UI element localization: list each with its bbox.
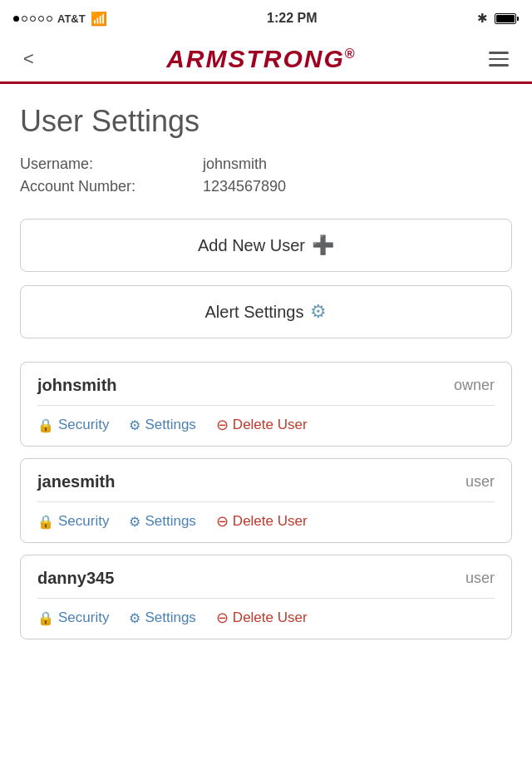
minus-circle-icon: ⊖ bbox=[216, 416, 229, 434]
settings-link[interactable]: ⚙ Settings bbox=[129, 610, 195, 626]
battery-indicator bbox=[495, 13, 519, 24]
username-value: johnsmith bbox=[203, 155, 267, 173]
account-label: Account Number: bbox=[20, 178, 203, 195]
settings-label: Settings bbox=[145, 513, 195, 530]
carrier-label: AT&T bbox=[57, 12, 86, 25]
security-link[interactable]: 🔒 Security bbox=[37, 513, 109, 530]
user-card-role: owner bbox=[454, 377, 495, 394]
lock-icon: 🔒 bbox=[37, 610, 54, 626]
bluetooth-icon: ✱ bbox=[477, 11, 488, 26]
wifi-icon: 📶 bbox=[91, 11, 107, 27]
user-card-name: johnsmith bbox=[37, 376, 117, 395]
user-card-header: janesmith user bbox=[37, 472, 495, 502]
account-value: 1234567890 bbox=[203, 178, 286, 195]
nav-bar: < ARMSTRONG® bbox=[0, 37, 532, 84]
signal-dot-5 bbox=[47, 16, 52, 22]
signal-dot-3 bbox=[30, 16, 36, 22]
menu-line-2 bbox=[489, 58, 509, 61]
plus-circle-icon: ➕ bbox=[312, 234, 334, 256]
user-card-name: janesmith bbox=[37, 472, 115, 491]
add-new-user-button[interactable]: Add New User ➕ bbox=[20, 219, 512, 272]
account-number-row: Account Number: 1234567890 bbox=[20, 178, 512, 195]
security-label: Security bbox=[58, 610, 109, 626]
status-left: AT&T 📶 bbox=[13, 11, 107, 27]
minus-circle-icon: ⊖ bbox=[216, 512, 229, 531]
user-card-role: user bbox=[466, 570, 495, 587]
signal-dots bbox=[13, 16, 52, 22]
main-content: User Settings Username: johnsmith Accoun… bbox=[0, 84, 532, 684]
gear-icon: ⚙ bbox=[129, 610, 140, 626]
menu-line-3 bbox=[489, 64, 509, 67]
back-button[interactable]: < bbox=[17, 45, 41, 73]
delete-label: Delete User bbox=[233, 513, 308, 530]
delete-label: Delete User bbox=[233, 417, 308, 433]
delete-user-link[interactable]: ⊖ Delete User bbox=[216, 416, 308, 434]
security-label: Security bbox=[58, 513, 109, 530]
signal-dot-1 bbox=[13, 16, 19, 22]
signal-dot-2 bbox=[22, 16, 27, 22]
app-logo: ARMSTRONG® bbox=[166, 45, 356, 73]
signal-dot-4 bbox=[38, 16, 44, 22]
user-card-role: user bbox=[466, 473, 495, 491]
settings-label: Settings bbox=[145, 417, 195, 433]
settings-link[interactable]: ⚙ Settings bbox=[129, 513, 195, 530]
security-link[interactable]: 🔒 Security bbox=[37, 417, 109, 433]
user-card: johnsmith owner 🔒 Security ⚙ Settings ⊖ … bbox=[20, 362, 512, 447]
gear-icon: ⚙ bbox=[310, 301, 327, 323]
gear-icon: ⚙ bbox=[129, 417, 140, 433]
settings-link[interactable]: ⚙ Settings bbox=[129, 417, 195, 433]
delete-label: Delete User bbox=[233, 610, 308, 626]
delete-user-link[interactable]: ⊖ Delete User bbox=[216, 609, 308, 627]
user-card: janesmith user 🔒 Security ⚙ Settings ⊖ D… bbox=[20, 458, 512, 543]
alert-settings-button[interactable]: Alert Settings ⚙ bbox=[20, 285, 512, 338]
username-label: Username: bbox=[20, 155, 203, 173]
security-label: Security bbox=[58, 417, 109, 433]
user-card-actions: 🔒 Security ⚙ Settings ⊖ Delete User bbox=[37, 416, 495, 434]
user-card-name: danny345 bbox=[37, 569, 114, 588]
user-card: danny345 user 🔒 Security ⚙ Settings ⊖ De… bbox=[20, 555, 512, 639]
time-display: 1:22 PM bbox=[267, 11, 317, 26]
user-info-section: Username: johnsmith Account Number: 1234… bbox=[20, 155, 512, 195]
user-card-header: danny345 user bbox=[37, 569, 495, 599]
status-bar: AT&T 📶 1:22 PM ✱ bbox=[0, 0, 532, 37]
delete-user-link[interactable]: ⊖ Delete User bbox=[216, 512, 308, 531]
status-right: ✱ bbox=[477, 11, 519, 26]
user-card-actions: 🔒 Security ⚙ Settings ⊖ Delete User bbox=[37, 512, 495, 531]
lock-icon: 🔒 bbox=[37, 514, 54, 530]
settings-label: Settings bbox=[145, 610, 195, 626]
user-card-header: johnsmith owner bbox=[37, 376, 495, 406]
user-card-actions: 🔒 Security ⚙ Settings ⊖ Delete User bbox=[37, 609, 495, 627]
username-row: Username: johnsmith bbox=[20, 155, 512, 173]
hamburger-menu[interactable] bbox=[482, 48, 515, 70]
lock-icon: 🔒 bbox=[37, 417, 54, 433]
menu-line-1 bbox=[489, 52, 509, 54]
page-title: User Settings bbox=[20, 104, 512, 139]
user-cards-container: johnsmith owner 🔒 Security ⚙ Settings ⊖ … bbox=[20, 362, 512, 639]
minus-circle-icon: ⊖ bbox=[216, 609, 229, 627]
gear-icon: ⚙ bbox=[129, 514, 140, 530]
security-link[interactable]: 🔒 Security bbox=[37, 610, 109, 626]
